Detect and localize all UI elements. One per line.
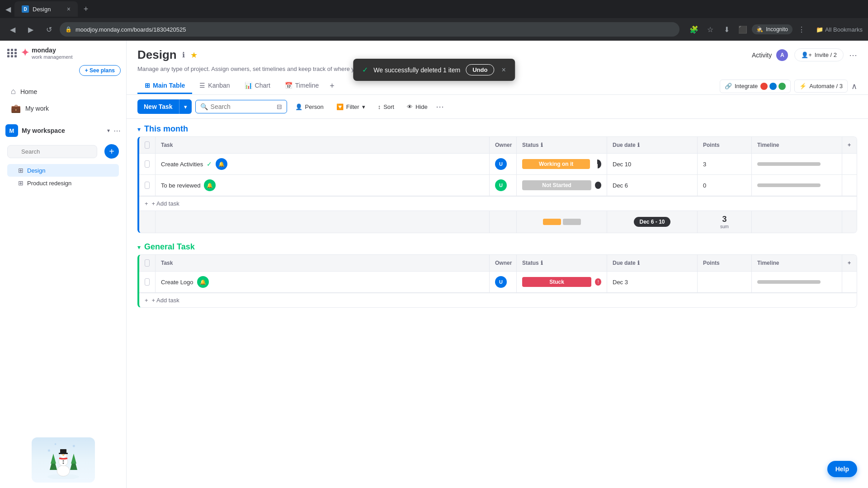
workspace-more-icon[interactable]: ⋯ — [113, 127, 121, 135]
gcol-status: Status ℹ — [517, 255, 607, 271]
col-status-info[interactable]: ℹ — [541, 142, 543, 148]
group-this-month-header[interactable]: ▾ This month — [137, 119, 857, 136]
extensions-btn[interactable]: 🧩 — [687, 22, 701, 37]
col-add-col[interactable]: + — [842, 137, 857, 153]
search-input[interactable] — [211, 103, 274, 110]
sum-cell-status — [517, 211, 607, 233]
page-star-icon[interactable]: ★ — [190, 50, 198, 60]
svg-point-12 — [62, 463, 64, 464]
invite-btn[interactable]: 👤+ Invite / 2 — [794, 48, 844, 61]
gcol-checkbox — [139, 255, 156, 271]
svg-marker-4 — [71, 454, 76, 464]
download-btn[interactable]: ⬇ — [719, 22, 734, 37]
tab-main-table[interactable]: ⊞ Main Table — [137, 78, 192, 94]
integrate-label: Integrate — [735, 83, 758, 89]
favorites-btn[interactable]: ☆ — [703, 22, 717, 37]
gowner-avatar-1: U — [495, 276, 507, 288]
forward-btn[interactable]: ▶ — [24, 22, 38, 37]
profile-btn[interactable]: ⬛ — [736, 22, 750, 37]
cell-status-2[interactable]: Not Started — [517, 175, 607, 196]
grow-checkbox-1[interactable] — [145, 278, 150, 286]
new-tab-btn[interactable]: + — [80, 3, 92, 15]
sidebar-board-product-redesign[interactable]: ⊞ Product redesign — [7, 177, 119, 189]
cell-task-2[interactable]: To be reviewed 🔔 — [156, 175, 490, 196]
page-tabs: ⊞ Main Table ☰ Kanban 📊 Chart 📅 Timeline — [137, 78, 338, 94]
gcol-due-info[interactable]: ℹ — [637, 260, 640, 266]
new-task-btn[interactable]: New Task — [137, 99, 179, 114]
chart-icon: 📊 — [245, 82, 252, 89]
sidebar-search-input[interactable] — [7, 145, 97, 158]
add-board-btn[interactable]: + — [104, 144, 119, 159]
col-due-info[interactable]: ℹ — [637, 142, 640, 148]
automate-btn[interactable]: ⚡ Automate / 3 — [794, 80, 848, 93]
group-general-task-header[interactable]: ▾ General Task — [137, 237, 857, 254]
person-filter-btn[interactable]: 👤 Person — [291, 101, 328, 113]
sort-btn[interactable]: ↕ Sort — [373, 101, 399, 113]
gadd-task-btn[interactable]: + + Add task — [139, 293, 857, 307]
gcol-add-col[interactable]: + — [842, 255, 857, 271]
cell-status-1[interactable]: Working on it — [517, 154, 607, 174]
new-task-dropdown-btn[interactable]: ▾ — [179, 99, 192, 114]
tab-add-btn[interactable]: + — [326, 78, 338, 94]
gcol-task: Task — [156, 255, 490, 271]
more-options-btn[interactable]: ⋯ — [849, 50, 857, 60]
integrate-btn[interactable]: 🔗 Integrate — [720, 80, 791, 93]
toolbar-more-btn[interactable]: ⋯ — [436, 102, 444, 112]
page-info-icon[interactable]: ℹ — [182, 51, 185, 59]
row-checkbox-1[interactable] — [145, 160, 150, 168]
task-avatar-2: 🔔 — [204, 179, 216, 191]
status-indicator-2 — [595, 182, 601, 189]
tab-kanban[interactable]: ☰ Kanban — [192, 78, 237, 94]
main-table-icon: ⊞ — [145, 82, 150, 89]
integrate-app-icons — [760, 83, 786, 90]
refresh-btn[interactable]: ↺ — [42, 22, 56, 37]
add-task-btn[interactable]: + + Add task — [139, 196, 857, 211]
group-toggle-icon: ▾ — [137, 126, 141, 133]
row-checkbox-2-cb[interactable] — [145, 182, 150, 189]
add-task-icon: + — [145, 200, 148, 207]
help-btn[interactable]: Help — [827, 461, 857, 477]
tab-chart[interactable]: 📊 Chart — [237, 78, 278, 94]
table-container: ▾ This month Task Owner Status ℹ — [127, 119, 868, 488]
owner-avatar-2: U — [495, 179, 507, 191]
hide-btn[interactable]: 👁 Hide — [402, 101, 432, 113]
collapse-btn[interactable]: ∧ — [851, 81, 857, 91]
address-bar[interactable]: 🔒 moodjoy.monday.com/boards/1830420525 — [60, 22, 679, 37]
active-browser-tab[interactable]: D Design × — [14, 1, 78, 17]
tab-timeline[interactable]: 📅 Timeline — [278, 78, 326, 94]
browser-tab-bar: ◀ D Design × + — [0, 0, 868, 18]
see-plans-btn[interactable]: + See plans — [79, 65, 121, 76]
apps-icon[interactable] — [7, 49, 17, 57]
back-btn[interactable]: ◀ — [5, 22, 20, 37]
tab-favicon: D — [22, 5, 29, 13]
cell-task-1[interactable]: Create Activities ✓ 🔔 — [156, 154, 490, 174]
workspace-name: My workspace — [22, 127, 65, 134]
sum-cell-timeline — [752, 211, 842, 233]
table-row: Create Logo 🔔 U Stuck ! Dec 3 — [139, 272, 857, 293]
board-icon-2: ⊞ — [18, 179, 24, 187]
sidebar-board-design[interactable]: ⊞ Design — [7, 164, 119, 177]
toast-close-btn[interactable]: × — [501, 66, 505, 74]
task-complete-icon: ✓ — [207, 160, 212, 168]
tab-close-btn[interactable]: × — [67, 5, 71, 13]
board-label: Design — [27, 167, 45, 174]
toast-message: We successfully deleted 1 item — [373, 66, 460, 74]
sidebar-item-home[interactable]: ⌂ Home — [4, 83, 123, 100]
activity-btn[interactable]: Activity A — [752, 48, 789, 62]
back-nav-btn[interactable]: ◀ — [4, 5, 13, 14]
filter-btn[interactable]: 🔽 Filter ▾ — [332, 101, 370, 113]
sidebar-item-my-work[interactable]: 💼 My work — [4, 100, 123, 117]
gstatus-badge-1: Stuck — [522, 277, 591, 287]
toast-undo-btn[interactable]: Undo — [466, 64, 494, 75]
gcell-status-1[interactable]: Stuck ! — [517, 272, 607, 292]
activity-avatars: A — [775, 48, 789, 62]
gheader-checkbox[interactable] — [145, 259, 150, 267]
menu-btn[interactable]: ⋮ — [794, 22, 809, 37]
header-checkbox[interactable] — [145, 141, 150, 149]
gcell-task-1[interactable]: Create Logo 🔔 — [156, 272, 490, 292]
sidebar-boards: ⊞ Design ⊞ Product redesign — [0, 162, 126, 191]
automate-icon: ⚡ — [799, 83, 807, 89]
sidebar-workspace[interactable]: M My workspace ▾ ⋯ — [0, 121, 126, 141]
search-options-icon[interactable]: ⊟ — [277, 103, 282, 110]
gcol-status-info[interactable]: ℹ — [541, 260, 543, 266]
